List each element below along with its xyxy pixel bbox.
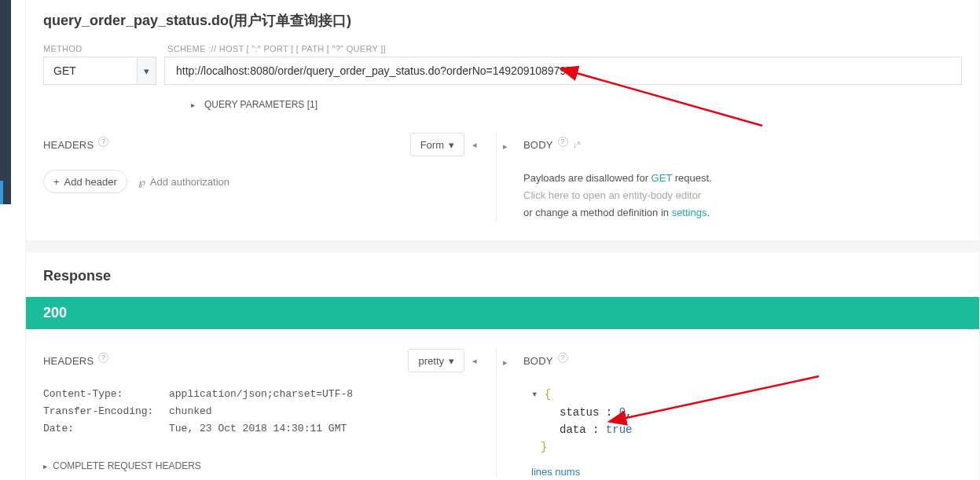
lines-nums-link[interactable]: lines nums	[531, 466, 580, 478]
response-headers-table: Content-Type: application/json;charset=U…	[43, 386, 482, 438]
collapse-right-icon[interactable]: ▸	[498, 135, 512, 157]
get-link[interactable]: GET	[651, 172, 673, 184]
header-value: chunked	[169, 403, 212, 420]
request-panel: query_order_pay_status.do(用户订单查询接口) METH…	[25, 0, 980, 241]
page-title: query_order_pay_status.do(用户订单查询接口)	[26, 0, 979, 44]
json-key: status	[560, 406, 599, 419]
help-icon[interactable]: ?	[558, 353, 568, 363]
add-header-label: Add header	[64, 176, 117, 188]
header-value: application/json;charset=UTF-8	[169, 386, 353, 403]
body-note: Payloads are disallowed for GET request.…	[523, 170, 962, 222]
sidebar-strip	[0, 0, 11, 204]
help-icon[interactable]: ?	[558, 137, 568, 147]
note-text: request.	[672, 172, 712, 184]
note-text: or change a method definition in	[523, 207, 672, 218]
sort-icon[interactable]: ↓ᴬ	[573, 140, 582, 150]
query-parameters-toggle[interactable]: QUERY PARAMETERS [1]	[26, 85, 979, 110]
scheme-label: SCHEME :// HOST [ ":" PORT ] [ PATH [ "?…	[167, 44, 386, 53]
header-key: Transfer-Encoding:	[43, 403, 169, 420]
complete-headers-label: COMPLETE REQUEST HEADERS	[53, 460, 200, 471]
collapse-left-icon[interactable]: ◂	[468, 350, 482, 372]
header-key: Content-Type:	[43, 386, 169, 403]
json-value: true	[606, 423, 633, 436]
header-row: Content-Type: application/json;charset=U…	[43, 386, 482, 403]
response-body-json: ▾ { status : 0, data : true }	[523, 386, 962, 456]
response-panel: Response 200 HEADERS ? pretty ▾ ◂	[25, 252, 980, 480]
response-headers-column: HEADERS ? pretty ▾ ◂ Content-Type: appli	[43, 348, 491, 478]
header-key: Date:	[43, 420, 169, 438]
pretty-label: pretty	[418, 355, 444, 367]
status-code: 200	[26, 297, 979, 329]
add-header-button[interactable]: + Add header	[43, 170, 127, 193]
headers-title: HEADERS	[43, 139, 94, 151]
header-value: Tue, 23 Oct 2018 14:30:11 GMT	[169, 420, 347, 438]
body-title: BODY	[523, 139, 553, 151]
help-icon[interactable]: ?	[98, 353, 108, 363]
form-label: Form	[420, 139, 444, 151]
json-value: 0	[619, 406, 626, 419]
note-text: .	[707, 207, 710, 218]
response-body-title: BODY	[523, 355, 553, 367]
method-label: METHOD	[43, 44, 167, 53]
method-select[interactable]: GET	[43, 57, 138, 85]
headers-form-dropdown[interactable]: Form ▾	[410, 133, 464, 156]
help-icon[interactable]: ?	[98, 137, 108, 147]
method-dropdown-caret[interactable]: ▾	[138, 57, 156, 85]
entity-body-editor-link[interactable]: Click here to open an entity-body editor	[523, 187, 962, 204]
complete-request-headers-toggle[interactable]: COMPLETE REQUEST HEADERS	[43, 460, 482, 471]
add-authorization-button[interactable]: ℘ Add authorization	[138, 176, 229, 188]
key-icon: ℘	[138, 176, 145, 188]
plus-icon: +	[53, 176, 60, 188]
caret-down-icon: ▾	[449, 139, 454, 151]
collapse-left-icon[interactable]: ◂	[468, 134, 482, 156]
collapse-triangle-icon[interactable]: ▾	[531, 388, 538, 401]
url-input[interactable]	[164, 57, 962, 85]
add-auth-label: Add authorization	[150, 176, 229, 188]
response-headers-view-dropdown[interactable]: pretty ▾	[408, 349, 464, 372]
settings-link[interactable]: settings	[672, 207, 707, 218]
response-headers-title: HEADERS	[43, 355, 94, 367]
note-text: Payloads are disallowed for	[523, 172, 651, 184]
query-parameters-label: QUERY PARAMETERS [1]	[204, 99, 317, 110]
collapse-right-icon[interactable]: ▸	[498, 351, 512, 373]
request-body-column: ▸ BODY ? ↓ᴬ Payloads are disallowed for …	[496, 132, 962, 222]
response-body-column: ▸ BODY ? ▾ { status : 0, data : true	[496, 348, 962, 478]
json-key: data	[560, 423, 586, 436]
caret-down-icon: ▾	[449, 355, 454, 367]
caret-right-icon	[191, 99, 198, 110]
header-row: Date: Tue, 23 Oct 2018 14:30:11 GMT	[43, 420, 482, 438]
header-row: Transfer-Encoding: chunked	[43, 403, 482, 420]
response-title: Response	[26, 252, 979, 297]
caret-down-icon: ▾	[144, 65, 149, 77]
request-headers-column: HEADERS ? Form ▾ ◂ + Add header	[43, 132, 491, 222]
